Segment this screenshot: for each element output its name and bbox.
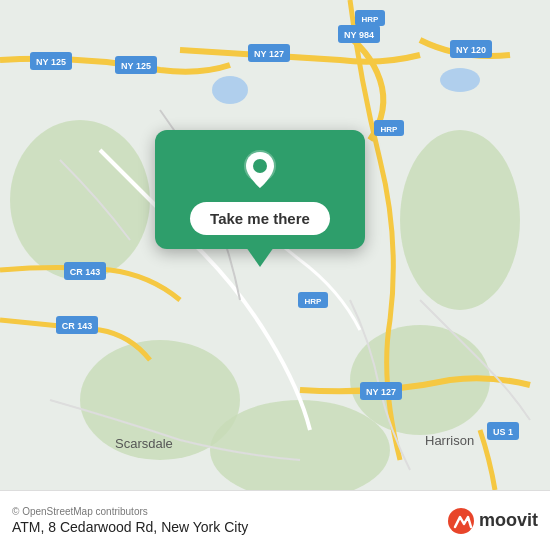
svg-point-35 [253, 159, 267, 173]
svg-text:HRP: HRP [362, 15, 380, 24]
svg-text:HRP: HRP [381, 125, 399, 134]
svg-text:NY 120: NY 120 [456, 45, 486, 55]
svg-text:US 1: US 1 [493, 427, 513, 437]
svg-text:Harrison: Harrison [425, 433, 474, 448]
popup-card: Take me there [155, 130, 365, 249]
svg-text:NY 127: NY 127 [254, 49, 284, 59]
svg-point-2 [400, 130, 520, 310]
take-me-there-button[interactable]: Take me there [190, 202, 330, 235]
bottom-left: © OpenStreetMap contributors ATM, 8 Ceda… [12, 506, 248, 535]
svg-point-1 [10, 120, 150, 280]
svg-text:NY 127: NY 127 [366, 387, 396, 397]
svg-text:HRP: HRP [305, 297, 323, 306]
map-container: NY 125 NY 125 NY 127 NY 984 HRP HRP NY 1… [0, 0, 550, 490]
bottom-bar: © OpenStreetMap contributors ATM, 8 Ceda… [0, 490, 550, 550]
svg-text:CR 143: CR 143 [70, 267, 101, 277]
svg-point-6 [212, 76, 248, 104]
moovit-brand-text: moovit [479, 510, 538, 531]
svg-text:NY 984: NY 984 [344, 30, 374, 40]
attribution-text: © OpenStreetMap contributors [12, 506, 248, 517]
moovit-icon-svg [447, 507, 475, 535]
svg-text:NY 125: NY 125 [36, 57, 66, 67]
location-label: ATM, 8 Cedarwood Rd, New York City [12, 519, 248, 535]
moovit-logo: moovit [447, 507, 538, 535]
pin-icon [238, 148, 282, 192]
svg-text:NY 125: NY 125 [121, 61, 151, 71]
svg-point-7 [440, 68, 480, 92]
svg-text:Scarsdale: Scarsdale [115, 436, 173, 451]
svg-text:CR 143: CR 143 [62, 321, 93, 331]
